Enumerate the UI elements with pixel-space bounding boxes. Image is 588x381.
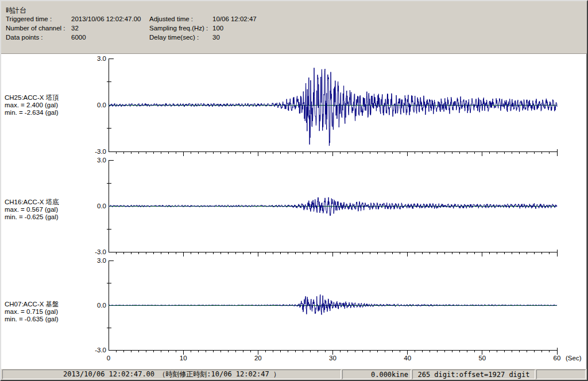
waveform-charts: 3.00.0-3.03.00.0-3.03.00.0-3.00102030405… [1,1,588,381]
field-value-sampling-freq: 100 [212,25,257,34]
svg-text:-3.0: -3.0 [95,148,106,155]
svg-text:20: 20 [254,355,262,361]
channel-label-ch25: CH25:ACC-X 塔頂 max. = 2.400 (gal) min. = … [5,94,59,116]
field-label-sampling-freq: Sampling freq.(Hz) : [149,25,212,34]
svg-text:3.0: 3.0 [97,157,106,164]
app-title: 時計台 [6,6,26,15]
svg-text:3.0: 3.0 [97,55,106,62]
svg-text:40: 40 [404,355,411,361]
channel-min: min. = -0.625 (gal) [5,213,59,221]
channel-max: max. = 0.715 (gal) [5,308,59,316]
field-value-data-points: 6000 [71,34,149,43]
channel-min: min. = -0.635 (gal) [5,316,59,323]
svg-text:-3.0: -3.0 [95,248,106,255]
field-label-triggered-time: Triggered time : [6,15,71,25]
svg-text:0.0: 0.0 [97,203,106,209]
svg-text:(Sec): (Sec) [566,355,582,361]
svg-text:0: 0 [107,355,110,361]
channel-max: max. = 0.567 (gal) [5,206,59,213]
svg-text:3.0: 3.0 [97,257,106,264]
field-label-number-of-channel: Number of channel : [6,25,71,34]
channel-name: CH25:ACC-X 塔頂 [5,94,59,102]
status-kine-value: 0.000kine [342,370,411,379]
svg-text:10: 10 [180,355,187,361]
channel-label-ch16: CH16:ACC-X 塔底 max. = 0.567 (gal) min. = … [5,199,59,221]
channel-name: CH07:ACC-X 基盤 [5,301,59,308]
header-info-grid: Triggered time : 2013/10/06 12:02:47.00 … [6,15,257,43]
svg-text:60: 60 [554,355,561,361]
status-empty-cell [536,370,586,379]
status-bar: 2013/10/06 12:02:47.00 （時刻修正時刻:10/06 12:… [1,369,587,380]
field-label-delay-time: Delay time(sec) : [149,34,212,43]
field-label-data-points: Data points : [6,34,71,43]
app-window: 3.00.0-3.03.00.0-3.03.00.0-3.00102030405… [0,0,588,381]
field-value-adjusted-time: 10/06 12:02:47 [212,15,257,25]
svg-text:0.0: 0.0 [97,302,106,309]
field-value-number-of-channel: 32 [71,25,149,34]
status-datetime: 2013/10/06 12:02:47.00 （時刻修正時刻:10/06 12:… [2,370,341,379]
field-value-delay-time: 30 [212,34,257,43]
channel-label-ch07: CH07:ACC-X 基盤 max. = 0.715 (gal) min. = … [5,301,59,323]
field-label-adjusted-time: Adjusted time : [149,15,212,25]
svg-text:50: 50 [478,355,486,361]
channel-min: min. = -2.634 (gal) [5,109,59,116]
channel-name: CH16:ACC-X 塔底 [5,199,59,206]
header-panel: 時計台 Triggered time : 2013/10/06 12:02:47… [1,1,587,54]
svg-text:-3.0: -3.0 [95,347,106,353]
svg-text:0.0: 0.0 [97,102,106,108]
field-value-triggered-time: 2013/10/06 12:02:47.00 [71,15,149,25]
channel-max: max. = 2.400 (gal) [5,102,59,109]
status-digit-offset: 265 digit:offset=1927 digit [412,370,535,379]
svg-text:30: 30 [329,355,336,361]
